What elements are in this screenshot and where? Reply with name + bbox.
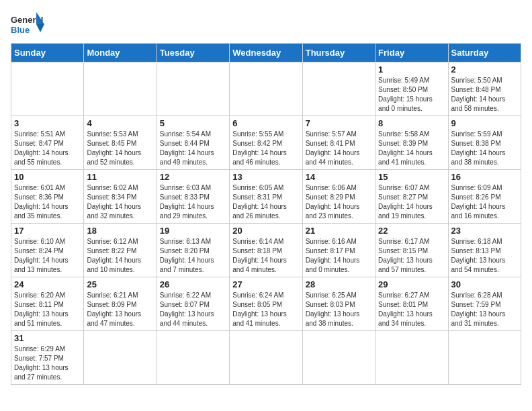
cell-date-number: 8 (378, 118, 445, 128)
cell-date-number: 4 (87, 118, 153, 128)
calendar-week-row: 24Sunrise: 6:20 AM Sunset: 8:11 PM Dayli… (11, 277, 521, 331)
cell-sun-info: Sunrise: 6:27 AM Sunset: 8:01 PM Dayligh… (378, 291, 445, 328)
cell-sun-info: Sunrise: 6:17 AM Sunset: 8:15 PM Dayligh… (378, 237, 445, 275)
cell-sun-info: Sunrise: 6:20 AM Sunset: 8:11 PM Dayligh… (14, 291, 81, 328)
cell-sun-info: Sunrise: 6:06 AM Sunset: 8:29 PM Dayligh… (306, 183, 372, 221)
cell-date-number: 15 (378, 172, 445, 182)
calendar-cell: 10Sunrise: 6:01 AM Sunset: 8:36 PM Dayli… (11, 170, 84, 224)
calendar-cell: 14Sunrise: 6:06 AM Sunset: 8:29 PM Dayli… (302, 170, 375, 224)
cell-sun-info: Sunrise: 5:55 AM Sunset: 8:42 PM Dayligh… (232, 130, 299, 167)
calendar-cell: 31Sunrise: 6:29 AM Sunset: 7:57 PM Dayli… (11, 331, 84, 385)
weekday-header-tuesday: Tuesday (157, 44, 229, 62)
calendar-cell (157, 62, 229, 116)
calendar-cell: 18Sunrise: 6:12 AM Sunset: 8:22 PM Dayli… (84, 224, 157, 277)
cell-date-number: 19 (160, 226, 226, 236)
calendar-week-row: 1Sunrise: 5:49 AM Sunset: 8:50 PM Daylig… (11, 62, 521, 116)
calendar-cell: 4Sunrise: 5:53 AM Sunset: 8:45 PM Daylig… (84, 116, 157, 170)
logo-svg: General Blue (11, 11, 44, 38)
calendar-cell: 17Sunrise: 6:10 AM Sunset: 8:24 PM Dayli… (11, 224, 84, 277)
weekday-header-row: SundayMondayTuesdayWednesdayThursdayFrid… (11, 44, 521, 62)
calendar-cell (11, 62, 84, 116)
calendar-cell: 5Sunrise: 5:54 AM Sunset: 8:44 PM Daylig… (157, 116, 229, 170)
calendar-cell (375, 331, 448, 385)
calendar-cell: 1Sunrise: 5:49 AM Sunset: 8:50 PM Daylig… (375, 62, 448, 116)
calendar-cell: 12Sunrise: 6:03 AM Sunset: 8:33 PM Dayli… (157, 170, 229, 224)
svg-marker-3 (36, 24, 44, 32)
cell-date-number: 9 (451, 118, 518, 128)
cell-sun-info: Sunrise: 6:05 AM Sunset: 8:31 PM Dayligh… (232, 183, 299, 221)
weekday-header-monday: Monday (84, 44, 157, 62)
cell-date-number: 27 (232, 279, 299, 289)
cell-date-number: 29 (378, 279, 445, 289)
cell-sun-info: Sunrise: 6:24 AM Sunset: 8:05 PM Dayligh… (232, 291, 299, 328)
cell-date-number: 21 (306, 226, 372, 236)
cell-sun-info: Sunrise: 6:02 AM Sunset: 8:34 PM Dayligh… (87, 183, 153, 221)
cell-sun-info: Sunrise: 6:09 AM Sunset: 8:26 PM Dayligh… (451, 183, 518, 221)
calendar-cell: 25Sunrise: 6:21 AM Sunset: 8:09 PM Dayli… (84, 277, 157, 331)
calendar-cell (157, 331, 229, 385)
weekday-header-sunday: Sunday (11, 44, 84, 62)
cell-date-number: 22 (378, 226, 445, 236)
cell-date-number: 20 (232, 226, 299, 236)
calendar-cell: 19Sunrise: 6:13 AM Sunset: 8:20 PM Dayli… (157, 224, 229, 277)
cell-date-number: 25 (87, 279, 153, 289)
calendar-cell: 11Sunrise: 6:02 AM Sunset: 8:34 PM Dayli… (84, 170, 157, 224)
calendar-week-row: 3Sunrise: 5:51 AM Sunset: 8:47 PM Daylig… (11, 116, 521, 170)
calendar-cell (84, 62, 157, 116)
cell-sun-info: Sunrise: 5:57 AM Sunset: 8:41 PM Dayligh… (306, 130, 372, 167)
cell-date-number: 12 (160, 172, 226, 182)
calendar-cell: 27Sunrise: 6:24 AM Sunset: 8:05 PM Dayli… (230, 277, 302, 331)
calendar-week-row: 17Sunrise: 6:10 AM Sunset: 8:24 PM Dayli… (11, 224, 521, 277)
calendar-cell: 13Sunrise: 6:05 AM Sunset: 8:31 PM Dayli… (230, 170, 302, 224)
calendar-cell (84, 331, 157, 385)
cell-sun-info: Sunrise: 6:07 AM Sunset: 8:27 PM Dayligh… (378, 183, 445, 221)
calendar-cell (230, 62, 302, 116)
weekday-header-saturday: Saturday (448, 44, 521, 62)
cell-sun-info: Sunrise: 6:14 AM Sunset: 8:18 PM Dayligh… (232, 237, 299, 275)
cell-sun-info: Sunrise: 5:54 AM Sunset: 8:44 PM Dayligh… (160, 130, 226, 167)
cell-sun-info: Sunrise: 5:58 AM Sunset: 8:39 PM Dayligh… (378, 130, 445, 167)
weekday-header-wednesday: Wednesday (230, 44, 302, 62)
cell-sun-info: Sunrise: 6:03 AM Sunset: 8:33 PM Dayligh… (160, 183, 226, 221)
cell-date-number: 31 (14, 333, 81, 343)
cell-sun-info: Sunrise: 5:50 AM Sunset: 8:48 PM Dayligh… (451, 76, 518, 113)
calendar-cell: 2Sunrise: 5:50 AM Sunset: 8:48 PM Daylig… (448, 62, 521, 116)
calendar-cell: 23Sunrise: 6:18 AM Sunset: 8:13 PM Dayli… (448, 224, 521, 277)
page-header: General Blue (11, 11, 521, 38)
svg-text:Blue: Blue (11, 25, 30, 35)
cell-sun-info: Sunrise: 5:59 AM Sunset: 8:38 PM Dayligh… (451, 130, 518, 167)
weekday-header-thursday: Thursday (302, 44, 375, 62)
cell-date-number: 2 (451, 64, 518, 75)
calendar-cell: 16Sunrise: 6:09 AM Sunset: 8:26 PM Dayli… (448, 170, 521, 224)
calendar-cell: 28Sunrise: 6:25 AM Sunset: 8:03 PM Dayli… (302, 277, 375, 331)
cell-date-number: 26 (160, 279, 226, 289)
cell-date-number: 6 (232, 118, 299, 128)
cell-date-number: 3 (14, 118, 81, 128)
cell-date-number: 1 (378, 64, 445, 75)
calendar-cell: 29Sunrise: 6:27 AM Sunset: 8:01 PM Dayli… (375, 277, 448, 331)
calendar-week-row: 10Sunrise: 6:01 AM Sunset: 8:36 PM Dayli… (11, 170, 521, 224)
cell-sun-info: Sunrise: 6:25 AM Sunset: 8:03 PM Dayligh… (306, 291, 372, 328)
calendar-cell (302, 62, 375, 116)
cell-sun-info: Sunrise: 6:12 AM Sunset: 8:22 PM Dayligh… (87, 237, 153, 275)
calendar-cell: 20Sunrise: 6:14 AM Sunset: 8:18 PM Dayli… (230, 224, 302, 277)
cell-sun-info: Sunrise: 6:29 AM Sunset: 7:57 PM Dayligh… (14, 345, 81, 382)
cell-date-number: 23 (451, 226, 518, 236)
calendar-cell: 8Sunrise: 5:58 AM Sunset: 8:39 PM Daylig… (375, 116, 448, 170)
cell-sun-info: Sunrise: 5:49 AM Sunset: 8:50 PM Dayligh… (378, 76, 445, 113)
calendar-cell: 15Sunrise: 6:07 AM Sunset: 8:27 PM Dayli… (375, 170, 448, 224)
calendar-cell: 22Sunrise: 6:17 AM Sunset: 8:15 PM Dayli… (375, 224, 448, 277)
calendar-cell (302, 331, 375, 385)
calendar-table: SundayMondayTuesdayWednesdayThursdayFrid… (11, 43, 521, 385)
cell-sun-info: Sunrise: 6:21 AM Sunset: 8:09 PM Dayligh… (87, 291, 153, 328)
cell-sun-info: Sunrise: 6:01 AM Sunset: 8:36 PM Dayligh… (14, 183, 81, 221)
cell-date-number: 28 (306, 279, 372, 289)
cell-date-number: 11 (87, 172, 153, 182)
cell-sun-info: Sunrise: 6:10 AM Sunset: 8:24 PM Dayligh… (14, 237, 81, 275)
cell-date-number: 18 (87, 226, 153, 236)
calendar-cell: 26Sunrise: 6:22 AM Sunset: 8:07 PM Dayli… (157, 277, 229, 331)
cell-date-number: 24 (14, 279, 81, 289)
calendar-cell: 9Sunrise: 5:59 AM Sunset: 8:38 PM Daylig… (448, 116, 521, 170)
cell-date-number: 14 (306, 172, 372, 182)
cell-sun-info: Sunrise: 6:28 AM Sunset: 7:59 PM Dayligh… (451, 291, 518, 328)
